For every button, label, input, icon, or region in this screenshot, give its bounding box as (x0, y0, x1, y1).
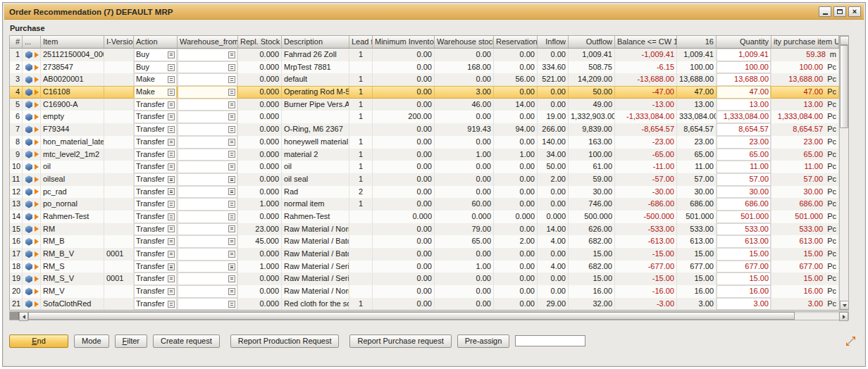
quantity-cell[interactable]: 57.00 (717, 173, 771, 186)
link-arrow-icon[interactable] (35, 151, 39, 157)
col-header-inflow[interactable]: Inflow (538, 36, 569, 49)
vertical-scrollbar[interactable] (839, 36, 848, 310)
vertical-scroll-track[interactable] (840, 45, 848, 301)
titlebar[interactable]: Order Recommendation (7) DEFAULT MRP × (4, 4, 864, 20)
minimize-button[interactable] (819, 6, 831, 17)
choose-from-list-icon[interactable] (168, 101, 175, 108)
warehouse-from-cell[interactable] (178, 173, 238, 186)
link-arrow-icon[interactable] (35, 189, 39, 194)
scroll-right-button[interactable] (839, 312, 848, 321)
choose-from-list-icon[interactable] (228, 64, 235, 71)
close-button[interactable]: × (848, 6, 861, 17)
quantity-cell[interactable]: 501.000 (717, 211, 771, 223)
item-code-cell[interactable]: RM_V (41, 285, 104, 298)
choose-from-list-icon[interactable] (228, 188, 235, 195)
row-icons-cell[interactable] (23, 86, 41, 99)
row-number-cell[interactable]: 18 (10, 261, 23, 273)
choose-from-list-icon[interactable] (228, 201, 235, 208)
col-header-item[interactable]: Item (41, 36, 104, 49)
choose-from-list-icon[interactable] (228, 51, 235, 58)
quantity-cell[interactable]: 11.00 (717, 161, 771, 173)
item-code-cell[interactable]: AB0020001 (41, 73, 104, 86)
link-arrow-icon[interactable] (35, 301, 39, 307)
table-row[interactable]: 5 C16900-A Transfer 0.000 Burner Pipe Ve… (10, 99, 839, 111)
col-header-warehouse-stock[interactable]: Warehouse stock (435, 36, 494, 49)
action-cell[interactable]: Transfer (134, 211, 178, 223)
choose-from-list-icon[interactable] (168, 275, 175, 282)
warehouse-from-cell[interactable] (178, 111, 238, 123)
row-icons-cell[interactable] (23, 73, 41, 86)
action-cell[interactable]: Transfer (134, 298, 178, 311)
quantity-cell[interactable]: 13,688.00 (717, 73, 771, 86)
row-number-cell[interactable]: 21 (10, 298, 23, 311)
table-row[interactable]: 15 RM Transfer 23.000 Raw Material / Nor… (10, 223, 839, 236)
choose-from-list-icon[interactable] (228, 89, 235, 96)
choose-from-list-icon[interactable] (228, 288, 235, 295)
row-icons-cell[interactable] (23, 298, 41, 311)
quantity-cell[interactable]: 30.00 (717, 186, 771, 199)
row-number-cell[interactable]: 17 (10, 248, 23, 261)
link-arrow-icon[interactable] (35, 289, 39, 294)
warehouse-from-cell[interactable] (178, 285, 238, 298)
horizontal-scrollbar[interactable] (9, 311, 849, 320)
row-icons-cell[interactable] (23, 248, 41, 261)
link-arrow-icon[interactable] (35, 201, 39, 207)
choose-from-list-icon[interactable] (228, 275, 235, 282)
choose-from-list-icon[interactable] (228, 213, 235, 220)
row-number-cell[interactable]: 2 (10, 61, 23, 74)
item-code-cell[interactable]: RM_B (41, 235, 104, 248)
choose-from-list-icon[interactable] (168, 76, 175, 83)
choose-from-list-icon[interactable] (228, 238, 235, 245)
item-code-cell[interactable]: empty (41, 111, 104, 123)
table-row[interactable]: 10 oil Transfer 0.000 oil 1 0.00 0.00 0.… (10, 161, 839, 173)
item-code-cell[interactable]: oilseal (41, 173, 104, 186)
col-header-quantity[interactable]: Quantity (717, 36, 771, 49)
choose-from-list-icon[interactable] (228, 101, 235, 108)
item-code-cell[interactable]: pc_rad (41, 186, 104, 199)
link-arrow-icon[interactable] (35, 89, 39, 95)
row-number-cell[interactable]: 3 (10, 73, 23, 86)
warehouse-from-cell[interactable] (178, 149, 238, 161)
warehouse-from-cell[interactable] (178, 273, 238, 285)
mode-button[interactable]: Mode (74, 334, 109, 348)
link-arrow-icon[interactable] (35, 177, 39, 182)
warehouse-from-cell[interactable] (178, 99, 238, 111)
action-cell[interactable]: Transfer (134, 111, 178, 123)
row-number-cell[interactable]: 14 (10, 211, 23, 223)
filter-button[interactable]: Filter (115, 334, 147, 348)
table-row[interactable]: 12 pc_rad Transfer 0.000 Rad 2 0.00 0.00… (10, 186, 839, 199)
choose-from-list-icon[interactable] (168, 126, 175, 133)
quantity-cell[interactable]: 15.00 (717, 273, 771, 285)
action-cell[interactable]: Make (134, 86, 178, 99)
choose-from-list-icon[interactable] (228, 176, 235, 183)
row-icons-cell[interactable] (23, 61, 41, 74)
col-header-cw16[interactable]: 16 (677, 36, 717, 49)
warehouse-from-cell[interactable] (178, 136, 238, 149)
item-code-cell[interactable]: RM_S (41, 261, 104, 273)
choose-from-list-icon[interactable] (228, 251, 235, 258)
row-icons-cell[interactable] (23, 149, 41, 161)
item-code-cell[interactable]: RM_S_V (41, 273, 104, 285)
col-header-i-version[interactable]: I-Version (104, 36, 134, 49)
row-number-cell[interactable]: 10 (10, 161, 23, 173)
warehouse-from-cell[interactable] (178, 235, 238, 248)
quantity-cell[interactable]: 677.00 (717, 261, 771, 273)
col-header-rownum[interactable]: # (10, 36, 23, 49)
row-number-cell[interactable]: 5 (10, 99, 23, 111)
warehouse-from-cell[interactable] (178, 298, 238, 311)
horizontal-scroll-track[interactable] (28, 312, 839, 320)
action-cell[interactable]: Transfer (134, 99, 178, 111)
choose-from-list-icon[interactable] (168, 113, 175, 120)
warehouse-from-cell[interactable] (178, 261, 238, 273)
link-arrow-icon[interactable] (35, 251, 39, 257)
item-code-cell[interactable]: C16108 (41, 86, 104, 99)
choose-from-list-icon[interactable] (168, 64, 175, 71)
vertical-scroll-thumb[interactable] (840, 45, 848, 128)
choose-from-list-icon[interactable] (168, 251, 175, 258)
item-code-cell[interactable]: mtc_level2_1m2 (41, 149, 104, 161)
action-cell[interactable]: Transfer (134, 261, 178, 273)
warehouse-from-cell[interactable] (178, 61, 238, 74)
choose-from-list-icon[interactable] (228, 151, 235, 158)
choose-from-list-icon[interactable] (168, 225, 175, 232)
choose-from-list-icon[interactable] (228, 126, 235, 133)
